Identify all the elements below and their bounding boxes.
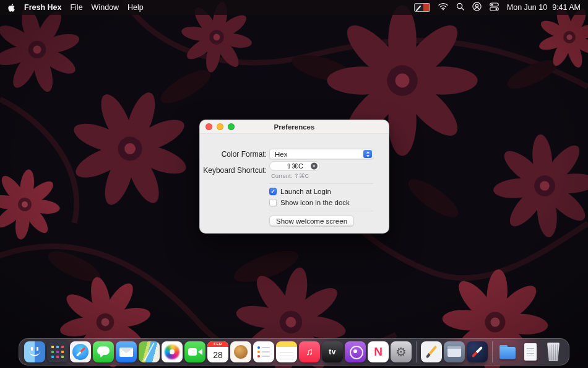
trash-icon [543, 341, 564, 362]
settings-icon [391, 341, 412, 362]
dock-item-photos[interactable] [162, 341, 183, 362]
tv-icon [322, 341, 343, 362]
dock-item-contacts[interactable] [230, 341, 251, 362]
launchpad-icon [47, 341, 68, 362]
control-center-icon[interactable] [490, 2, 499, 13]
dock-item-finder[interactable] [24, 341, 45, 362]
folder-icon [497, 341, 518, 362]
dock-item-freshhex[interactable] [467, 341, 488, 362]
mail-icon [116, 341, 137, 362]
documents-icon [520, 341, 541, 362]
dock-item-reminders[interactable] [253, 341, 274, 362]
preferences-form: Color Format: Hex Keyboard Shortcut: ⇧⌘C… [200, 134, 389, 226]
divider-row-1 [200, 181, 389, 184]
dock-item-news[interactable] [368, 341, 389, 362]
dock-item-screenshot[interactable] [444, 341, 465, 362]
dock-item-podcasts[interactable] [345, 341, 366, 362]
show-icon-in-dock-checkbox[interactable]: Show icon in the dock [269, 199, 373, 206]
shortcut-recorder: ⇧⌘C × Current: ⇧⌘C [269, 161, 373, 179]
photos-icon [162, 341, 183, 362]
menu-file[interactable]: File [70, 3, 82, 12]
news-icon [368, 341, 389, 362]
textedit-icon [421, 341, 442, 362]
divider [269, 183, 373, 184]
launch-at-login-label: Launch at Login [280, 188, 331, 195]
dock-item-documents[interactable] [520, 341, 541, 362]
facetime-icon [184, 341, 205, 362]
screenshot-icon [444, 341, 465, 362]
color-format-select[interactable]: Hex [269, 149, 373, 159]
keyboard-shortcut-field[interactable]: ⇧⌘C × [269, 161, 320, 171]
preferences-window: Preferences Color Format: Hex Keyboard S… [199, 120, 389, 234]
freshhex-icon [467, 341, 488, 362]
dock-item-calendar[interactable]: FEB28 [207, 341, 228, 362]
color-format-value: Hex [275, 151, 287, 158]
user-icon[interactable] [472, 2, 482, 13]
menubar-app-name[interactable]: Fresh Hex [24, 3, 61, 12]
dock-item-folder[interactable] [497, 341, 518, 362]
dock-item-facetime[interactable] [184, 341, 205, 362]
search-icon[interactable] [456, 2, 464, 12]
contacts-icon [230, 341, 251, 362]
dock-item-mail[interactable] [116, 341, 137, 362]
finder-icon [24, 341, 45, 362]
calendar-day-label: 28 [207, 347, 228, 362]
dock: FEB28 [19, 338, 569, 366]
launch-at-login-row: Launch at Login [200, 186, 389, 195]
divider [269, 211, 373, 211]
maps-icon [139, 341, 160, 362]
menu-bar-left: Fresh Hex File Window Help [7, 3, 144, 12]
checkbox-checked-icon [269, 188, 277, 195]
keyboard-shortcut-label: Keyboard Shortcut: [200, 166, 267, 175]
divider-row-2 [200, 208, 389, 211]
dock-item-launchpad[interactable] [47, 341, 68, 362]
chevron-up-down-icon [363, 150, 372, 158]
menubar-time: 9:41 AM [552, 3, 581, 12]
menu-help[interactable]: Help [128, 3, 144, 12]
checkbox-unchecked-icon [269, 199, 277, 206]
messages-icon [93, 341, 114, 362]
current-shortcut-label: Current: ⇧⌘C [269, 172, 309, 179]
podcasts-icon [345, 341, 366, 362]
show-welcome-screen-button[interactable]: Show welcome screen [269, 216, 354, 226]
keyboard-shortcut-row: Keyboard Shortcut: ⇧⌘C × Current: ⇧⌘C [200, 161, 389, 179]
calendar-icon: FEB28 [207, 341, 228, 362]
calendar-month-label: FEB [207, 341, 228, 347]
welcome-button-row: Show welcome screen [200, 213, 389, 226]
notes-icon [276, 341, 297, 362]
dock-item-music[interactable] [299, 341, 320, 362]
dock-separator [416, 341, 417, 362]
launch-at-login-checkbox[interactable]: Launch at Login [269, 188, 373, 195]
dock-separator [492, 341, 493, 362]
dock-item-settings[interactable] [391, 341, 412, 362]
dock-item-trash[interactable] [543, 341, 564, 362]
reminders-icon [253, 341, 274, 362]
keyboard-shortcut-value: ⇧⌘C [286, 162, 303, 170]
window-titlebar[interactable]: Preferences [200, 120, 389, 134]
color-sample-icon[interactable] [414, 3, 430, 12]
color-format-row: Color Format: Hex [200, 149, 389, 159]
dock-item-maps[interactable] [139, 341, 160, 362]
dock-item-textedit[interactable] [421, 341, 442, 362]
safari-icon [70, 341, 91, 362]
menubar-clock[interactable]: Mon Jun 10 9:41 AM [507, 3, 581, 12]
music-icon [299, 341, 320, 362]
menu-bar: Fresh Hex File Window Help [0, 0, 588, 15]
dock-item-safari[interactable] [70, 341, 91, 362]
dock-item-tv[interactable] [322, 341, 343, 362]
show-icon-in-dock-row: Show icon in the dock [200, 197, 389, 206]
dock-item-messages[interactable] [93, 341, 114, 362]
menubar-date: Mon Jun 10 [507, 3, 547, 12]
red-color-swatch [423, 4, 430, 11]
clear-shortcut-icon[interactable]: × [311, 163, 318, 170]
window-title: Preferences [200, 120, 389, 134]
apple-menu-icon[interactable] [7, 3, 15, 12]
show-icon-in-dock-label: Show icon in the dock [280, 199, 350, 206]
color-format-label: Color Format: [200, 150, 267, 159]
dock-item-notes[interactable] [276, 341, 297, 362]
pen-icon [415, 4, 423, 11]
menu-bar-right: Mon Jun 10 9:41 AM [414, 2, 581, 13]
menu-window[interactable]: Window [92, 3, 119, 12]
wifi-icon[interactable] [438, 2, 448, 12]
